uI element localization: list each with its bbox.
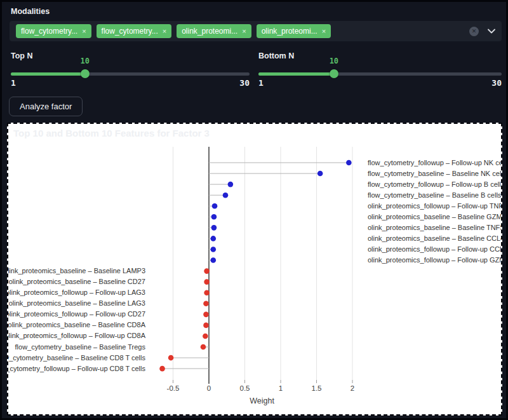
x-tick-label: 0 bbox=[207, 384, 211, 392]
modality-tag[interactable]: flow_cytometry...× bbox=[16, 24, 91, 38]
lollipop-chart[interactable]: -0.500.511.52Weightflow_cytometry_follow… bbox=[8, 124, 501, 414]
bottom-n-slider[interactable]: 10 1 30 bbox=[258, 71, 502, 77]
modality-tag-label: olink_proteomi... bbox=[182, 27, 237, 35]
point-label: flow_cytometry_baseline – Baseline Tregs bbox=[15, 343, 146, 351]
modalities-multiselect[interactable]: flow_cytometry...×flow_cytometry...×olin… bbox=[10, 21, 502, 41]
slider-fill bbox=[258, 72, 334, 76]
point-dot bbox=[211, 214, 217, 220]
x-tick-label: -0.5 bbox=[167, 384, 180, 392]
slider-value: 10 bbox=[330, 57, 338, 65]
point-label: olink_proteomics_baseline – Baseline TNF… bbox=[368, 224, 501, 231]
point-dot bbox=[211, 225, 217, 231]
x-tick-label: 2 bbox=[351, 384, 354, 392]
point-label: olink_proteomics_followup – Follow-up TN… bbox=[368, 202, 501, 210]
modality-tag-label: flow_cytometry... bbox=[102, 27, 158, 35]
point-dot bbox=[212, 203, 218, 209]
x-tick-label: 1 bbox=[279, 384, 283, 392]
point-label: olink_proteomics_followup – Follow-up GZ… bbox=[368, 256, 501, 264]
point-dot bbox=[203, 301, 209, 306]
point-label: olink_proteomics_baseline – Baseline LAG… bbox=[9, 299, 145, 307]
point-label: flow_cytometry_followup – Follow-up NK c… bbox=[368, 159, 501, 166]
point-label: olink_proteomics_followup – Follow-up CD… bbox=[8, 332, 146, 339]
point-label: flow_cytometry_baseline – Baseline CD8 T… bbox=[8, 354, 145, 362]
point-dot bbox=[228, 182, 234, 187]
tag-remove-icon[interactable]: × bbox=[163, 28, 166, 35]
top-n-slider[interactable]: 10 1 30 bbox=[11, 71, 250, 77]
modalities-label: Modalities bbox=[11, 7, 50, 16]
point-label: olink_proteomics_baseline – Baseline CD8… bbox=[8, 321, 146, 329]
point-dot bbox=[204, 268, 210, 274]
modality-tag[interactable]: flow_cytometry...× bbox=[97, 24, 172, 38]
chevron-down-icon[interactable] bbox=[488, 29, 495, 34]
point-dot bbox=[159, 366, 165, 372]
point-label: olink_proteomics_baseline – Baseline CCL… bbox=[368, 234, 501, 242]
point-dot bbox=[210, 247, 216, 252]
point-dot bbox=[318, 171, 323, 177]
point-dot bbox=[203, 323, 209, 329]
point-label: olink_proteomics_baseline – Baseline GZM… bbox=[368, 213, 501, 220]
point-label: flow_cytometry_baseline – Baseline NK ce… bbox=[368, 170, 501, 177]
bottom-n-label: Bottom N bbox=[258, 51, 294, 60]
point-label: olink_proteomics_baseline – Baseline LAM… bbox=[8, 267, 145, 274]
slider-handle[interactable] bbox=[81, 69, 90, 78]
point-label: olink_proteomics_followup – Follow-up CC… bbox=[368, 245, 501, 253]
point-dot bbox=[203, 334, 208, 339]
point-dot bbox=[201, 344, 206, 350]
point-label: olink_proteomics_followup – Follow-up LA… bbox=[8, 288, 145, 296]
top-n-label: Top N bbox=[11, 51, 32, 60]
slider-min-label: 1 bbox=[258, 78, 264, 88]
slider-max-label: 30 bbox=[239, 78, 250, 88]
chart-title: Top 10 and Bottom 10 Features for Factor… bbox=[13, 128, 210, 139]
point-dot bbox=[210, 236, 216, 241]
modality-tag-list: flow_cytometry...×flow_cytometry...×olin… bbox=[16, 24, 464, 38]
modality-tag[interactable]: olink_proteomi...× bbox=[177, 24, 251, 38]
x-axis-title: Weight bbox=[250, 396, 274, 405]
modality-tag-label: olink_proteomi... bbox=[262, 27, 318, 35]
slider-min-label: 1 bbox=[11, 78, 16, 88]
point-dot bbox=[168, 355, 174, 361]
slider-max-label: 30 bbox=[491, 78, 502, 88]
tag-remove-icon[interactable]: × bbox=[82, 28, 86, 35]
point-dot bbox=[210, 257, 216, 263]
modality-tag[interactable]: olink_proteomi...× bbox=[257, 24, 331, 38]
app-root: { "colors": { "accent_green": "#5abe68",… bbox=[0, 0, 508, 420]
point-label: olink_proteomics_baseline – Baseline CD2… bbox=[9, 278, 145, 285]
point-label: flow_cytometry_baseline – Baseline B cel… bbox=[368, 191, 501, 199]
slider-handle[interactable] bbox=[330, 69, 338, 78]
tag-remove-icon[interactable]: × bbox=[242, 28, 246, 35]
point-dot bbox=[204, 290, 210, 295]
tag-remove-icon[interactable]: × bbox=[322, 28, 326, 35]
analyze-factor-button[interactable]: Analyze factor bbox=[9, 97, 83, 116]
slider-value: 10 bbox=[80, 57, 89, 65]
point-dot bbox=[346, 160, 352, 166]
point-dot bbox=[223, 193, 229, 198]
point-label: olink_proteomics_followup – Follow-up CD… bbox=[8, 310, 145, 318]
slider-fill bbox=[11, 72, 85, 76]
x-tick-label: 1.5 bbox=[312, 384, 322, 392]
point-label: flow_cytometry_followup – Follow-up B ce… bbox=[368, 180, 501, 188]
clear-all-icon[interactable]: ✕ bbox=[469, 27, 479, 36]
x-tick-label: 0.5 bbox=[240, 384, 250, 392]
point-label: flow_cytometry_followup – Follow-up CD8 … bbox=[8, 365, 145, 372]
modality-tag-label: flow_cytometry... bbox=[21, 27, 77, 35]
point-dot bbox=[204, 279, 210, 285]
point-dot bbox=[203, 312, 209, 318]
chart-card: Top 10 and Bottom 10 Features for Factor… bbox=[7, 123, 502, 416]
